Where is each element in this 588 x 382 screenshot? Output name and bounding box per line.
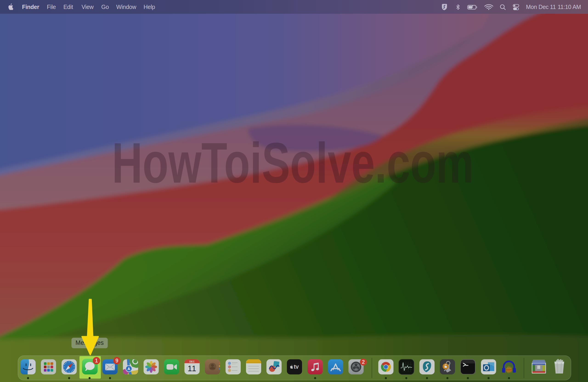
svg-text:1: 1 [95,358,98,364]
svg-text:Edit: Edit [63,4,73,10]
svg-text:View: View [82,4,94,10]
svg-text:DEC: DEC [189,360,194,363]
svg-text:11: 11 [188,364,196,373]
svg-text:Mon Dec 11: Mon Dec 11 [526,4,556,10]
svg-text:9: 9 [116,358,119,364]
svg-text:Go: Go [101,4,109,10]
svg-text:Help: Help [144,4,155,10]
svg-text:File: File [47,4,56,10]
svg-text:2: 2 [362,359,365,365]
svg-text:11:10 AM: 11:10 AM [558,4,581,10]
svg-text:Window: Window [116,4,136,10]
svg-text:Finder: Finder [22,4,39,10]
svg-text:tv: tv [294,363,299,370]
svg-text:HowToiSolve.com: HowToiSolve.com [112,131,474,194]
